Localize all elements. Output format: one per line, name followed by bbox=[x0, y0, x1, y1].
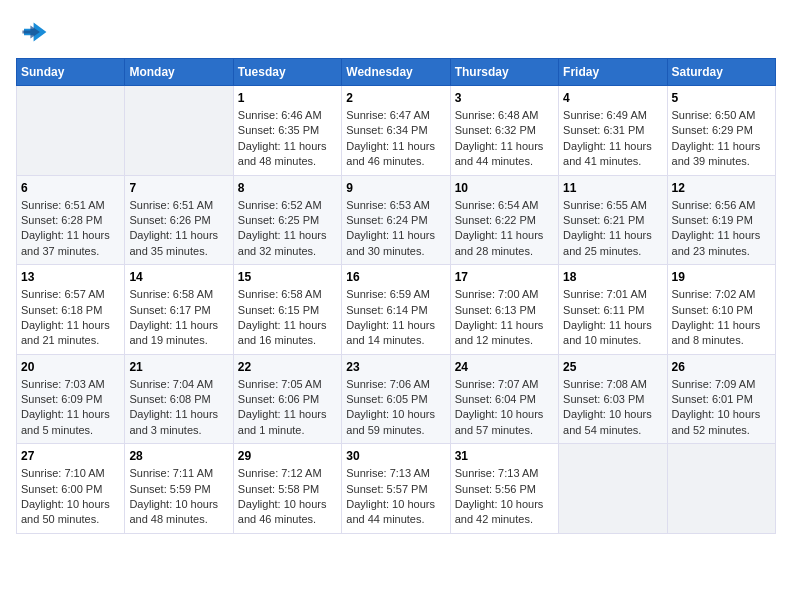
day-number: 22 bbox=[238, 360, 337, 374]
cell-content: Sunrise: 6:52 AMSunset: 6:25 PMDaylight:… bbox=[238, 198, 337, 260]
calendar-cell: 26Sunrise: 7:09 AMSunset: 6:01 PMDayligh… bbox=[667, 354, 775, 444]
cell-content: Sunrise: 7:02 AMSunset: 6:10 PMDaylight:… bbox=[672, 287, 771, 349]
cell-content: Sunrise: 6:50 AMSunset: 6:29 PMDaylight:… bbox=[672, 108, 771, 170]
calendar-cell: 18Sunrise: 7:01 AMSunset: 6:11 PMDayligh… bbox=[559, 265, 667, 355]
calendar-cell: 25Sunrise: 7:08 AMSunset: 6:03 PMDayligh… bbox=[559, 354, 667, 444]
cell-content: Sunrise: 6:46 AMSunset: 6:35 PMDaylight:… bbox=[238, 108, 337, 170]
week-row-2: 6Sunrise: 6:51 AMSunset: 6:28 PMDaylight… bbox=[17, 175, 776, 265]
calendar-cell: 6Sunrise: 6:51 AMSunset: 6:28 PMDaylight… bbox=[17, 175, 125, 265]
weekday-header-saturday: Saturday bbox=[667, 59, 775, 86]
cell-content: Sunrise: 6:56 AMSunset: 6:19 PMDaylight:… bbox=[672, 198, 771, 260]
calendar-cell: 31Sunrise: 7:13 AMSunset: 5:56 PMDayligh… bbox=[450, 444, 558, 534]
cell-content: Sunrise: 7:00 AMSunset: 6:13 PMDaylight:… bbox=[455, 287, 554, 349]
day-number: 18 bbox=[563, 270, 662, 284]
day-number: 16 bbox=[346, 270, 445, 284]
weekday-header-friday: Friday bbox=[559, 59, 667, 86]
day-number: 25 bbox=[563, 360, 662, 374]
day-number: 8 bbox=[238, 181, 337, 195]
weekday-header-row: SundayMondayTuesdayWednesdayThursdayFrid… bbox=[17, 59, 776, 86]
calendar-cell bbox=[125, 86, 233, 176]
week-row-4: 20Sunrise: 7:03 AMSunset: 6:09 PMDayligh… bbox=[17, 354, 776, 444]
day-number: 10 bbox=[455, 181, 554, 195]
cell-content: Sunrise: 6:58 AMSunset: 6:15 PMDaylight:… bbox=[238, 287, 337, 349]
calendar-cell: 22Sunrise: 7:05 AMSunset: 6:06 PMDayligh… bbox=[233, 354, 341, 444]
day-number: 11 bbox=[563, 181, 662, 195]
day-number: 27 bbox=[21, 449, 120, 463]
day-number: 12 bbox=[672, 181, 771, 195]
day-number: 20 bbox=[21, 360, 120, 374]
day-number: 9 bbox=[346, 181, 445, 195]
cell-content: Sunrise: 7:07 AMSunset: 6:04 PMDaylight:… bbox=[455, 377, 554, 439]
calendar-cell: 3Sunrise: 6:48 AMSunset: 6:32 PMDaylight… bbox=[450, 86, 558, 176]
cell-content: Sunrise: 7:06 AMSunset: 6:05 PMDaylight:… bbox=[346, 377, 445, 439]
calendar-cell: 15Sunrise: 6:58 AMSunset: 6:15 PMDayligh… bbox=[233, 265, 341, 355]
calendar-cell: 14Sunrise: 6:58 AMSunset: 6:17 PMDayligh… bbox=[125, 265, 233, 355]
calendar-cell: 20Sunrise: 7:03 AMSunset: 6:09 PMDayligh… bbox=[17, 354, 125, 444]
calendar-cell bbox=[17, 86, 125, 176]
cell-content: Sunrise: 7:01 AMSunset: 6:11 PMDaylight:… bbox=[563, 287, 662, 349]
cell-content: Sunrise: 6:47 AMSunset: 6:34 PMDaylight:… bbox=[346, 108, 445, 170]
cell-content: Sunrise: 7:11 AMSunset: 5:59 PMDaylight:… bbox=[129, 466, 228, 528]
cell-content: Sunrise: 6:51 AMSunset: 6:28 PMDaylight:… bbox=[21, 198, 120, 260]
day-number: 6 bbox=[21, 181, 120, 195]
week-row-1: 1Sunrise: 6:46 AMSunset: 6:35 PMDaylight… bbox=[17, 86, 776, 176]
logo-icon bbox=[16, 16, 48, 48]
calendar-cell: 4Sunrise: 6:49 AMSunset: 6:31 PMDaylight… bbox=[559, 86, 667, 176]
day-number: 21 bbox=[129, 360, 228, 374]
day-number: 13 bbox=[21, 270, 120, 284]
weekday-header-tuesday: Tuesday bbox=[233, 59, 341, 86]
day-number: 5 bbox=[672, 91, 771, 105]
weekday-header-sunday: Sunday bbox=[17, 59, 125, 86]
cell-content: Sunrise: 6:54 AMSunset: 6:22 PMDaylight:… bbox=[455, 198, 554, 260]
calendar-cell: 23Sunrise: 7:06 AMSunset: 6:05 PMDayligh… bbox=[342, 354, 450, 444]
day-number: 1 bbox=[238, 91, 337, 105]
calendar-cell: 21Sunrise: 7:04 AMSunset: 6:08 PMDayligh… bbox=[125, 354, 233, 444]
day-number: 2 bbox=[346, 91, 445, 105]
cell-content: Sunrise: 7:13 AMSunset: 5:57 PMDaylight:… bbox=[346, 466, 445, 528]
cell-content: Sunrise: 6:53 AMSunset: 6:24 PMDaylight:… bbox=[346, 198, 445, 260]
day-number: 30 bbox=[346, 449, 445, 463]
day-number: 28 bbox=[129, 449, 228, 463]
day-number: 14 bbox=[129, 270, 228, 284]
calendar-cell: 29Sunrise: 7:12 AMSunset: 5:58 PMDayligh… bbox=[233, 444, 341, 534]
day-number: 26 bbox=[672, 360, 771, 374]
calendar-cell: 17Sunrise: 7:00 AMSunset: 6:13 PMDayligh… bbox=[450, 265, 558, 355]
calendar-cell: 11Sunrise: 6:55 AMSunset: 6:21 PMDayligh… bbox=[559, 175, 667, 265]
cell-content: Sunrise: 7:05 AMSunset: 6:06 PMDaylight:… bbox=[238, 377, 337, 439]
cell-content: Sunrise: 7:08 AMSunset: 6:03 PMDaylight:… bbox=[563, 377, 662, 439]
calendar-cell: 27Sunrise: 7:10 AMSunset: 6:00 PMDayligh… bbox=[17, 444, 125, 534]
day-number: 4 bbox=[563, 91, 662, 105]
weekday-header-wednesday: Wednesday bbox=[342, 59, 450, 86]
day-number: 23 bbox=[346, 360, 445, 374]
calendar-cell: 2Sunrise: 6:47 AMSunset: 6:34 PMDaylight… bbox=[342, 86, 450, 176]
cell-content: Sunrise: 7:12 AMSunset: 5:58 PMDaylight:… bbox=[238, 466, 337, 528]
cell-content: Sunrise: 7:04 AMSunset: 6:08 PMDaylight:… bbox=[129, 377, 228, 439]
cell-content: Sunrise: 6:57 AMSunset: 6:18 PMDaylight:… bbox=[21, 287, 120, 349]
calendar-cell: 13Sunrise: 6:57 AMSunset: 6:18 PMDayligh… bbox=[17, 265, 125, 355]
calendar-cell: 24Sunrise: 7:07 AMSunset: 6:04 PMDayligh… bbox=[450, 354, 558, 444]
cell-content: Sunrise: 7:13 AMSunset: 5:56 PMDaylight:… bbox=[455, 466, 554, 528]
weekday-header-monday: Monday bbox=[125, 59, 233, 86]
cell-content: Sunrise: 6:51 AMSunset: 6:26 PMDaylight:… bbox=[129, 198, 228, 260]
day-number: 31 bbox=[455, 449, 554, 463]
week-row-3: 13Sunrise: 6:57 AMSunset: 6:18 PMDayligh… bbox=[17, 265, 776, 355]
calendar-cell: 7Sunrise: 6:51 AMSunset: 6:26 PMDaylight… bbox=[125, 175, 233, 265]
day-number: 7 bbox=[129, 181, 228, 195]
calendar-cell: 9Sunrise: 6:53 AMSunset: 6:24 PMDaylight… bbox=[342, 175, 450, 265]
calendar-table: SundayMondayTuesdayWednesdayThursdayFrid… bbox=[16, 58, 776, 534]
day-number: 19 bbox=[672, 270, 771, 284]
day-number: 17 bbox=[455, 270, 554, 284]
cell-content: Sunrise: 6:58 AMSunset: 6:17 PMDaylight:… bbox=[129, 287, 228, 349]
calendar-cell: 16Sunrise: 6:59 AMSunset: 6:14 PMDayligh… bbox=[342, 265, 450, 355]
calendar-cell bbox=[667, 444, 775, 534]
week-row-5: 27Sunrise: 7:10 AMSunset: 6:00 PMDayligh… bbox=[17, 444, 776, 534]
calendar-cell: 5Sunrise: 6:50 AMSunset: 6:29 PMDaylight… bbox=[667, 86, 775, 176]
day-number: 3 bbox=[455, 91, 554, 105]
day-number: 24 bbox=[455, 360, 554, 374]
calendar-cell: 10Sunrise: 6:54 AMSunset: 6:22 PMDayligh… bbox=[450, 175, 558, 265]
calendar-cell: 8Sunrise: 6:52 AMSunset: 6:25 PMDaylight… bbox=[233, 175, 341, 265]
cell-content: Sunrise: 7:03 AMSunset: 6:09 PMDaylight:… bbox=[21, 377, 120, 439]
cell-content: Sunrise: 6:49 AMSunset: 6:31 PMDaylight:… bbox=[563, 108, 662, 170]
cell-content: Sunrise: 6:48 AMSunset: 6:32 PMDaylight:… bbox=[455, 108, 554, 170]
calendar-cell: 28Sunrise: 7:11 AMSunset: 5:59 PMDayligh… bbox=[125, 444, 233, 534]
